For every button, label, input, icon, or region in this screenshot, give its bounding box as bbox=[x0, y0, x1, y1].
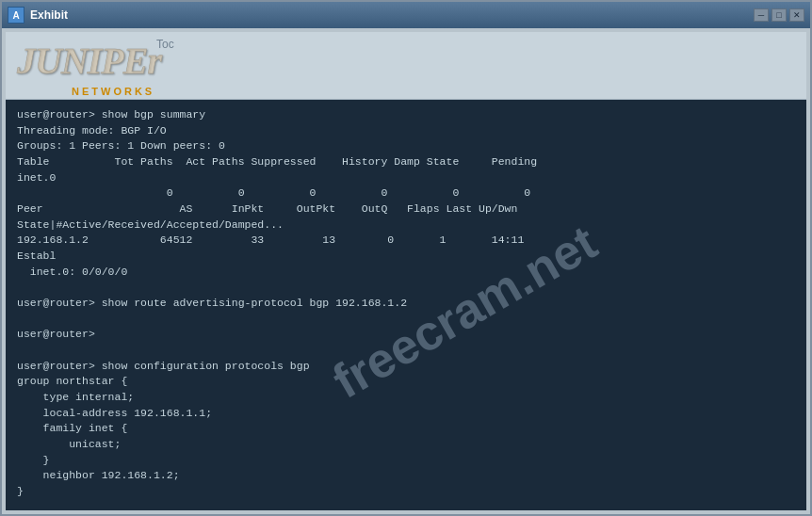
maximize-button[interactable]: □ bbox=[771, 8, 787, 22]
title-bar-controls: ─ □ ✕ bbox=[754, 8, 804, 22]
toc-label: Toc bbox=[156, 38, 174, 51]
close-button[interactable]: ✕ bbox=[789, 8, 804, 22]
title-bar: A Exhibit ─ □ ✕ bbox=[2, 2, 810, 28]
juniper-banner: JUNIPEr JUNIPEr NETWORKS Toc bbox=[6, 32, 806, 100]
juniper-logo: JUNIPEr JUNIPEr bbox=[15, 38, 260, 84]
title-bar-left: A Exhibit bbox=[8, 7, 68, 24]
juniper-svg-logo: JUNIPEr JUNIPEr bbox=[15, 38, 260, 79]
window-title: Exhibit bbox=[30, 8, 68, 22]
app-icon: A bbox=[8, 7, 24, 24]
content-area: JUNIPEr JUNIPEr NETWORKS Toc freecram.ne… bbox=[2, 28, 810, 514]
terminal-area[interactable]: freecram.net user@router> show bgp summa… bbox=[6, 100, 806, 510]
networks-label: NETWORKS bbox=[72, 86, 797, 97]
juniper-logo-area: JUNIPEr JUNIPEr bbox=[15, 38, 797, 84]
terminal-content: user@router> show bgp summary Threading … bbox=[17, 107, 795, 500]
window-frame: A Exhibit ─ □ ✕ JUNIPEr JUNIPEr NETWORK bbox=[0, 0, 812, 516]
minimize-button[interactable]: ─ bbox=[754, 8, 769, 22]
svg-text:JUNIPEr: JUNIPEr bbox=[16, 40, 162, 79]
